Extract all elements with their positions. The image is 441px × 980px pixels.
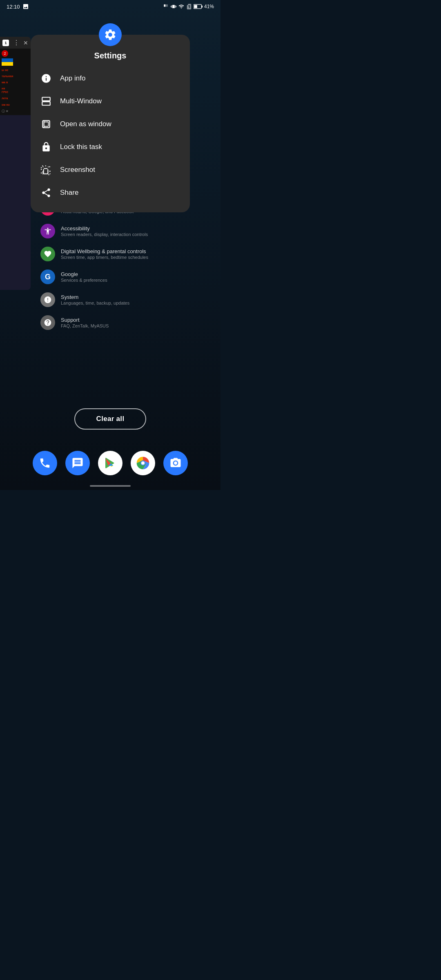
dock-messages[interactable] [65,451,90,475]
settings-icon-container [31,23,190,46]
dock-camera[interactable] [163,451,188,475]
sim-icon [163,4,169,9]
settings-app-icon [99,23,122,46]
status-right: 41% [163,4,214,9]
settings-popup: Settings App info Multi-Window Open as w… [31,35,190,212]
vibrate-icon [171,4,176,9]
battery-percent: 41% [204,4,214,9]
clear-all-container: Clear all [0,408,220,430]
svg-rect-5 [42,97,50,101]
menu-item-share[interactable]: Share [31,181,190,204]
svg-rect-4 [194,5,197,8]
menu-label-lock-task: Lock this task [60,143,102,151]
status-left: 12:10 [7,3,29,10]
svg-point-13 [141,461,145,465]
home-indicator [90,485,131,487]
menu-item-multi-window[interactable]: Multi-Window [31,90,190,113]
menu-label-multi-window: Multi-Window [60,97,102,105]
menu-label-share: Share [60,189,78,197]
dock-play-store[interactable] [98,451,122,475]
menu-label-app-info: App info [60,74,85,82]
photo-icon [22,3,29,10]
svg-rect-3 [202,5,203,7]
screenshot-icon [40,164,52,176]
multi-window-icon [40,96,52,107]
share-icon [40,187,52,198]
time-display: 12:10 [7,4,20,10]
menu-item-lock-task[interactable]: Lock this task [31,136,190,158]
nosim-icon [186,4,192,9]
wifi-icon [178,4,185,9]
popup-title: Settings [31,51,190,60]
battery-icon [194,4,203,9]
menu-item-app-info[interactable]: App info [31,67,190,90]
dock-chrome[interactable] [131,451,155,475]
menu-item-open-as-window[interactable]: Open as window [31,113,190,136]
menu-item-screenshot[interactable]: Screenshot [31,158,190,181]
app-info-icon [40,73,52,84]
clear-all-button[interactable]: Clear all [74,408,147,430]
svg-rect-0 [164,4,165,7]
svg-rect-1 [166,4,168,7]
dock-phone[interactable] [33,451,57,475]
dock [0,451,220,479]
open-window-icon [40,118,52,130]
svg-rect-8 [44,122,49,127]
status-bar: 12:10 41% [0,0,220,11]
svg-rect-6 [42,102,50,105]
menu-label-screenshot: Screenshot [60,166,95,174]
menu-label-open-window: Open as window [60,120,111,128]
lock-task-icon [40,141,52,153]
